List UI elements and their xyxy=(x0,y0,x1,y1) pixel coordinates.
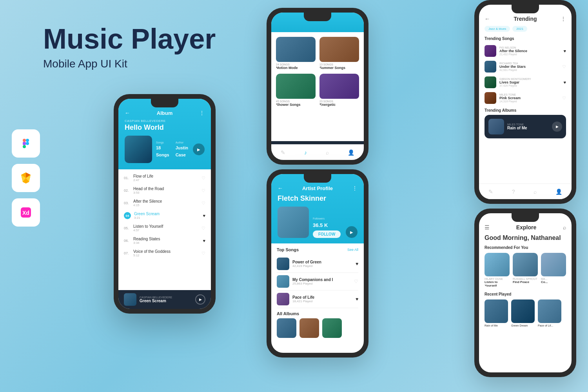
artist-song-item[interactable]: Pace of Life 18,421 Played ♥ xyxy=(277,290,358,308)
trending-album-card[interactable]: MILES TONE Rain of Me ▶ xyxy=(485,115,566,138)
artist-play-button[interactable]: ▶ xyxy=(346,226,358,238)
artist-heart-icon[interactable]: ♥ xyxy=(356,296,358,302)
trending-album-info: MILES TONE Rain of Me xyxy=(507,123,549,130)
artist-song-item[interactable]: Power of Green 42,419 Played ♥ xyxy=(277,255,358,273)
tab-icon-question[interactable]: ? xyxy=(512,189,515,195)
explore-search-icon[interactable]: ⌕ xyxy=(563,224,566,230)
browse-card[interactable]: 13 SONGS Summer Songs xyxy=(319,37,359,70)
song-heart-icon[interactable]: ♡ xyxy=(201,251,205,256)
artist-heart-icon[interactable]: ♡ xyxy=(354,279,358,284)
trending-song-item[interactable]: FIG NELSON After the Silence 21,432 Play… xyxy=(479,43,572,59)
trending-songs-title: Trending Songs xyxy=(479,35,572,43)
recent-card[interactable]: Pace of Lif... xyxy=(538,299,561,327)
more-icon[interactable]: ⋮ xyxy=(199,110,205,116)
trending-more-icon[interactable]: ⋮ xyxy=(561,16,566,22)
trending-heart-icon[interactable]: ♥ xyxy=(563,80,566,85)
song-item[interactable]: 07. Voice of the Goddess 5:12 ♡ xyxy=(118,247,211,260)
song-number: 02. xyxy=(124,189,130,192)
artist-song-item[interactable]: My Companions and I 25,863 Played ♡ xyxy=(277,273,358,290)
song-item[interactable]: 03. After the Silence 4:15 ♡ xyxy=(118,197,211,209)
trending-thumb xyxy=(485,61,496,73)
rec-card[interactable]: MA... Co... xyxy=(541,253,566,287)
see-all-link[interactable]: See All xyxy=(347,248,358,252)
figma-icon[interactable] xyxy=(12,129,40,158)
filter-genre-button[interactable]: Jazz & blues xyxy=(485,26,510,32)
trending-song-item[interactable]: GIBSON MONTGOMERY Lives Sugar 37,426 Pla… xyxy=(479,74,572,90)
rec-card[interactable]: HILARY OUSE Listen to Yourself xyxy=(485,253,510,287)
song-heart-icon-active[interactable]: ♥ xyxy=(203,213,205,218)
sketch-icon[interactable] xyxy=(12,164,40,192)
browse-card[interactable]: 23 SONGS Energetic xyxy=(319,74,359,107)
browse-card-title: Motion Mode xyxy=(276,66,316,70)
trending-album-play[interactable]: ▶ xyxy=(552,122,562,132)
song-item-active[interactable]: 04 Green Scream 3:21 ♥ xyxy=(118,209,211,222)
phone-artist: ← Artist Profile ⋮ Fletch Skinner Follow… xyxy=(267,169,368,358)
artist-heart-icon[interactable]: ♥ xyxy=(356,261,358,267)
svg-rect-2 xyxy=(23,142,26,145)
tab-icon-pencil[interactable]: ✎ xyxy=(281,149,285,156)
song-heart-icon[interactable]: ♡ xyxy=(201,201,205,206)
artist-more-icon[interactable]: ⋮ xyxy=(352,185,358,191)
recent-card[interactable]: Rain of Me xyxy=(485,299,508,327)
tab-icon-profile2[interactable]: 👤 xyxy=(555,189,562,195)
album-mini-1[interactable] xyxy=(277,318,296,338)
explore-menu-icon[interactable]: ☰ xyxy=(485,224,490,230)
svg-text:Xd: Xd xyxy=(22,210,29,216)
trending-back-icon[interactable]: ← xyxy=(485,16,490,22)
svg-point-4 xyxy=(26,142,29,145)
tab-icon-search[interactable]: ⌕ xyxy=(326,149,329,156)
song-details: Reading States 3:34 xyxy=(133,237,200,245)
trending-heart-icon[interactable]: ♡ xyxy=(562,64,566,69)
all-albums-title: All Albums xyxy=(277,308,358,318)
rec-card[interactable]: RUSSELL SPROUT Find Peace xyxy=(513,253,538,287)
tab-icon-pencil2[interactable]: ✎ xyxy=(488,189,493,195)
song-heart-icon[interactable]: ♥ xyxy=(203,238,205,243)
browse-tab-bar: ✎ ♪ ⌕ 👤 xyxy=(271,144,364,160)
browse-card[interactable]: 45 SONGS Shower Songs xyxy=(276,74,316,107)
song-item[interactable]: 06. Reading States 3:34 ♥ xyxy=(118,234,211,247)
artist-song-plays: 18,421 Played xyxy=(292,299,352,303)
author-label: Author xyxy=(176,141,189,144)
song-details: After the Silence 4:15 xyxy=(133,199,198,207)
tab-icon-music[interactable]: ♪ xyxy=(304,149,307,156)
recent-card[interactable]: Green Dream xyxy=(511,299,535,327)
album-screen: ← Album ⋮ CASPIAN BELLEVEDERE Hello Worl… xyxy=(118,99,211,309)
trending-song-item[interactable]: RICHARD TEA Under the Stars 42,931 Playe… xyxy=(479,59,572,74)
filter-year-button[interactable]: 2021 xyxy=(512,26,527,32)
song-heart-icon[interactable]: ♡ xyxy=(201,226,205,231)
trending-heart-icon[interactable]: ♥ xyxy=(563,49,566,53)
recent-title: Recent Played xyxy=(485,292,566,296)
recommended-title: Recommended For You xyxy=(485,245,566,250)
artist-song-info: My Companions and I 25,863 Played xyxy=(292,278,351,285)
song-heart-icon[interactable]: ♡ xyxy=(201,176,205,181)
album-mini-2[interactable] xyxy=(299,318,319,338)
trending-plays: 42,931 Played xyxy=(499,69,559,71)
song-item[interactable]: 02. Head of the Road 3:53 ♡ xyxy=(118,184,211,197)
trending-plays: 37,426 Played xyxy=(499,84,560,87)
album-title: Hello World xyxy=(125,123,205,132)
xd-icon[interactable]: Xd xyxy=(12,198,40,227)
trending-song-info: GIBSON MONTGOMERY Lives Sugar 37,426 Pla… xyxy=(499,78,560,87)
artist-song-plays: 42,419 Played xyxy=(292,264,352,268)
album-mini-3[interactable] xyxy=(322,318,342,338)
album-play-button[interactable]: ▶ xyxy=(193,143,205,155)
follow-button[interactable]: FOLLOW xyxy=(313,230,341,238)
tab-icon-profile[interactable]: 👤 xyxy=(348,149,354,156)
greeting-text: Good Morning, Nathaneal xyxy=(485,234,566,241)
tab-icon-search2[interactable]: ⌕ xyxy=(534,189,537,195)
trending-heart-icon[interactable]: ♡ xyxy=(562,96,566,101)
song-number: 06. xyxy=(124,239,130,243)
artist-song-name: Power of Green xyxy=(292,260,352,264)
browse-card[interactable]: 24 SONGS Motion Mode xyxy=(276,37,316,70)
trending-artist: MILES TONE xyxy=(499,93,559,96)
song-item[interactable]: 05. Listen to Yourself 4:57 ♡ xyxy=(118,222,211,234)
trending-song-item[interactable]: MILES TONE Pink Scream 14,318 Played ♡ xyxy=(479,90,572,106)
artist-back-icon[interactable]: ← xyxy=(278,185,283,191)
now-playing-play-button[interactable]: ▶ xyxy=(195,294,205,305)
song-heart-icon[interactable]: ♡ xyxy=(201,188,205,193)
trending-album-name: Rain of Me xyxy=(507,126,549,130)
explore-title: Explore xyxy=(516,224,536,230)
back-icon[interactable]: ← xyxy=(125,110,130,116)
song-item[interactable]: 01. Flow of Life 2:47 ♡ xyxy=(118,172,211,184)
song-details: Listen to Yourself 4:57 xyxy=(133,224,198,232)
